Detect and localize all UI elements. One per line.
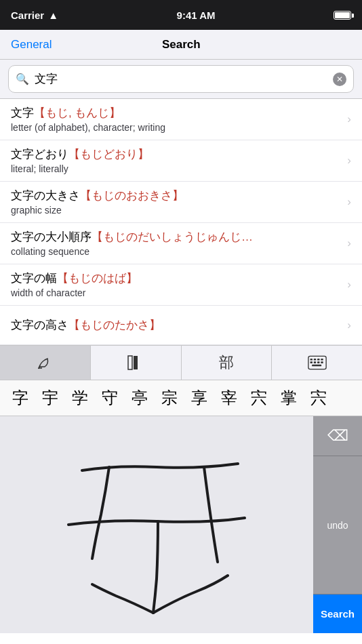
candidate-9[interactable]: 掌 bbox=[274, 384, 304, 411]
result-content-4: 文字の幅【もじのはば】 width of character bbox=[11, 271, 342, 298]
result-definition-2: graphic size bbox=[11, 205, 342, 216]
svg-rect-11 bbox=[321, 362, 323, 364]
result-definition-4: width of character bbox=[11, 287, 342, 298]
status-time: 9:41 AM bbox=[177, 9, 216, 21]
result-title-4: 文字の幅【もじのはば】 bbox=[11, 271, 342, 286]
nav-bar: General Search bbox=[0, 30, 362, 60]
result-item-1[interactable]: 文字どおり【もじどおり】 literal; literally › bbox=[0, 140, 362, 182]
handwriting-canvas[interactable] bbox=[0, 416, 313, 633]
result-item-3[interactable]: 文字の大小順序【もじのだいしょうじゅんじ… collating sequence… bbox=[0, 223, 362, 264]
chevron-icon-4: › bbox=[347, 278, 351, 291]
result-content-1: 文字どおり【もじどおり】 literal; literally bbox=[11, 147, 342, 174]
radical-label: 部 bbox=[219, 353, 234, 373]
search-bar-container: 🔍 文字 ✕ bbox=[0, 60, 362, 99]
undo-button[interactable]: undo bbox=[313, 456, 362, 595]
nav-title: Search bbox=[162, 38, 201, 52]
result-definition-1: literal; literally bbox=[11, 163, 342, 174]
result-content-3: 文字の大小順序【もじのだいしょうじゅんじ… collating sequence bbox=[11, 230, 342, 257]
result-reading-0: 【もじ, もんじ】 bbox=[34, 106, 121, 119]
stroke-icon bbox=[126, 353, 145, 372]
result-title-2: 文字の大きさ【もじのおおきさ】 bbox=[11, 188, 342, 203]
candidate-6[interactable]: 享 bbox=[184, 384, 214, 411]
draw-tabs: 部 bbox=[0, 345, 362, 380]
svg-rect-8 bbox=[310, 362, 313, 364]
result-definition-3: collating sequence bbox=[11, 246, 342, 257]
result-reading-2: 【もじのおおきさ】 bbox=[80, 189, 184, 202]
result-item-4[interactable]: 文字の幅【もじのはば】 width of character › bbox=[0, 264, 362, 306]
backspace-icon: ⌫ bbox=[327, 427, 348, 445]
battery-icon bbox=[334, 11, 351, 20]
svg-rect-6 bbox=[317, 359, 320, 361]
status-bar: Carrier ▲ 9:41 AM bbox=[0, 0, 362, 30]
tab-radical[interactable]: 部 bbox=[182, 346, 273, 380]
candidate-5[interactable]: 宗 bbox=[155, 384, 184, 411]
candidate-4[interactable]: 亭 bbox=[125, 384, 155, 411]
handwriting-icon bbox=[35, 353, 54, 372]
candidate-10[interactable]: 宍 bbox=[304, 384, 334, 411]
wifi-icon: ▲ bbox=[48, 9, 58, 21]
candidate-0[interactable]: 字 bbox=[5, 384, 35, 411]
canvas-area[interactable] bbox=[0, 416, 313, 633]
chevron-icon-1: › bbox=[347, 154, 351, 167]
candidates-row: 字 宇 学 守 亭 宗 享 宰 宍 掌 宍 bbox=[0, 380, 362, 416]
search-bar[interactable]: 🔍 文字 ✕ bbox=[8, 65, 354, 93]
draw-search-button[interactable]: Search bbox=[313, 595, 362, 633]
result-content-2: 文字の大きさ【もじのおおきさ】 graphic size bbox=[11, 188, 342, 216]
draw-sidebar: ⌫ undo Search bbox=[313, 416, 362, 633]
tab-keyboard[interactable] bbox=[272, 346, 362, 380]
svg-rect-9 bbox=[313, 362, 316, 364]
svg-rect-12 bbox=[312, 365, 321, 367]
svg-rect-1 bbox=[134, 356, 138, 369]
result-item-2[interactable]: 文字の大きさ【もじのおおきさ】 graphic size › bbox=[0, 182, 362, 223]
drawing-area: ⌫ undo Search bbox=[0, 416, 362, 633]
chevron-icon-3: › bbox=[347, 237, 351, 250]
chevron-icon-0: › bbox=[347, 113, 351, 126]
undo-label: undo bbox=[327, 520, 348, 531]
result-item-0[interactable]: 文字【もじ, もんじ】 letter (of alphabet), charac… bbox=[0, 99, 362, 140]
svg-rect-5 bbox=[313, 359, 316, 361]
search-icon: 🔍 bbox=[16, 73, 29, 85]
draw-search-label: Search bbox=[321, 608, 355, 620]
backspace-button[interactable]: ⌫ bbox=[313, 416, 362, 456]
result-reading-5: 【もじのたかさ】 bbox=[68, 319, 161, 331]
result-item-5[interactable]: 文字の高さ【もじのたかさ】 › bbox=[0, 306, 362, 345]
results-list: 文字【もじ, もんじ】 letter (of alphabet), charac… bbox=[0, 99, 362, 345]
candidate-1[interactable]: 宇 bbox=[35, 384, 65, 411]
svg-rect-10 bbox=[317, 362, 320, 364]
clear-icon: ✕ bbox=[336, 75, 343, 84]
result-reading-1: 【もじどおり】 bbox=[68, 148, 149, 161]
keyboard-icon bbox=[308, 355, 327, 371]
svg-rect-4 bbox=[310, 359, 313, 361]
search-clear-button[interactable]: ✕ bbox=[333, 73, 346, 86]
candidate-2[interactable]: 学 bbox=[65, 384, 95, 411]
result-content-5: 文字の高さ【もじのたかさ】 bbox=[11, 318, 342, 333]
svg-rect-7 bbox=[321, 359, 323, 361]
candidate-8[interactable]: 宍 bbox=[244, 384, 274, 411]
tab-stroke[interactable] bbox=[91, 346, 182, 380]
result-reading-4: 【もじのはば】 bbox=[57, 272, 138, 285]
result-title-5: 文字の高さ【もじのたかさ】 bbox=[11, 318, 342, 333]
result-title-0: 文字【もじ, もんじ】 bbox=[11, 106, 342, 121]
result-definition-0: letter (of alphabet), character; writing bbox=[11, 122, 342, 133]
chevron-icon-5: › bbox=[347, 319, 351, 332]
svg-rect-2 bbox=[128, 356, 132, 369]
result-reading-3: 【もじのだいしょうじゅんじ… bbox=[92, 230, 253, 243]
candidate-7[interactable]: 宰 bbox=[214, 384, 244, 411]
carrier-label: Carrier bbox=[11, 9, 44, 21]
tab-handwriting[interactable] bbox=[0, 346, 91, 380]
search-input[interactable]: 文字 bbox=[35, 71, 327, 87]
candidate-3[interactable]: 守 bbox=[95, 384, 125, 411]
result-title-1: 文字どおり【もじどおり】 bbox=[11, 147, 342, 162]
result-content-0: 文字【もじ, もんじ】 letter (of alphabet), charac… bbox=[11, 106, 342, 133]
chevron-icon-2: › bbox=[347, 195, 351, 209]
back-button[interactable]: General bbox=[11, 38, 52, 52]
result-title-3: 文字の大小順序【もじのだいしょうじゅんじ… bbox=[11, 230, 342, 245]
status-left: Carrier ▲ bbox=[11, 9, 58, 21]
